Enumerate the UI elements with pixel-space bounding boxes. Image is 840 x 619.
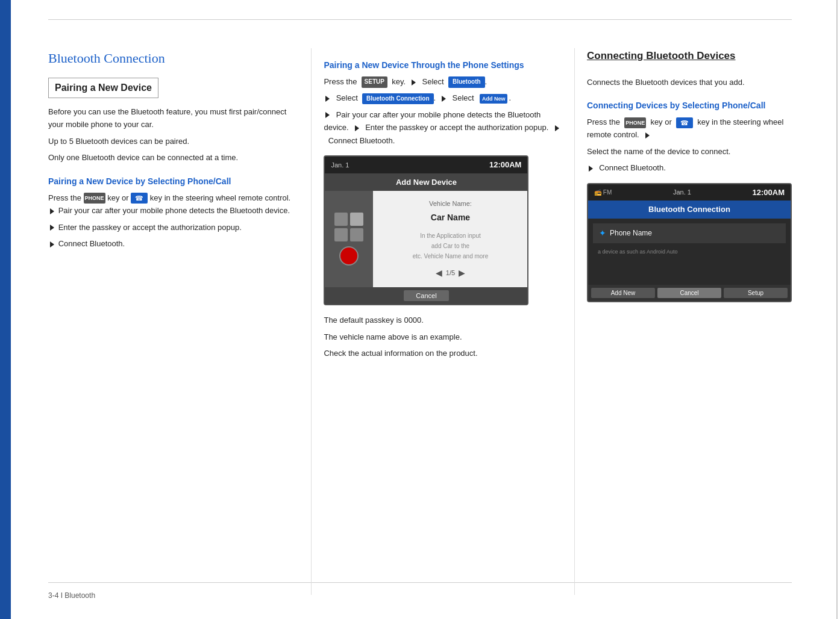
screen2-add-new-button[interactable]: Add New [591,288,655,298]
screen-body: Vehicle Name: Car Name In the Applicatio… [325,191,527,287]
screen-right-content: Vehicle Name: Car Name In the Applicatio… [373,191,527,287]
middle-steps: Press the SETUP key. Select Bluetooth. S… [324,75,562,147]
triangle-bullet-m5 [355,125,359,131]
icon-grid [334,213,363,241]
page-title: Bluetooth Connection [48,48,293,68]
right-call-icon: ☎ [676,117,693,128]
connecting-step2: Select the name of the device to connect… [587,145,792,158]
connecting-sub-heading: Connecting Devices by Selecting Phone/Ca… [587,99,792,112]
content-area: Bluetooth Connection Pairing a New Devic… [48,48,792,595]
connecting-step3: Connect Bluetooth. [587,161,792,174]
screen2-note: a device as such as Android Auto [593,246,786,258]
screen-cancel-button[interactable]: Cancel [404,290,448,301]
screen-header: Jan. 1 12:00AM [325,157,527,173]
screen-time: 12:00AM [489,159,521,171]
triangle-bullet-m1 [412,79,416,86]
add-new-badge: Add New [480,94,508,104]
note-3: Check the actual information on the prod… [324,347,562,359]
middle-step2: Select Bluetooth Connection. Select Add … [324,92,562,104]
icon-cell-1 [334,213,348,226]
connecting-intro-text: Connects the Bluetooth devices that you … [587,76,792,89]
screen2-cancel-button[interactable]: Cancel [657,288,721,298]
call-icon: ☎ [131,193,148,204]
triangle-bullet-1 [50,208,54,214]
screen-left-panel [325,191,373,287]
add-new-device-screen: Jan. 1 12:00AM Add New Device [324,155,528,305]
pairing-phone-step3: Connect Bluetooth. [48,237,293,250]
screen2-date: Jan. 1 [673,187,691,198]
screen-pagination: ◀ 1/5 ▶ [436,267,465,279]
bt-icon: ✦ [599,227,606,240]
middle-heading: Pairing a New Device Through the Phone S… [324,59,562,72]
sub-heading-pairing-phone: Pairing a New Device by Selecting Phone/… [48,175,293,188]
middle-column: Pairing a New Device Through the Phone S… [311,48,574,595]
notes-section: The default passkey is 0000. The vehicle… [324,314,562,359]
device-item-2: add Car to the [431,241,469,250]
connecting-step1: Press the PHONE key or ☎ key in the stee… [587,116,792,142]
vehicle-name-value: Car Name [431,211,470,224]
screen2-fm: 📻 FM [594,188,612,197]
vehicle-name-label: Vehicle Name: [429,199,472,209]
screen2-header: 📻 FM Jan. 1 12:00AM [588,184,791,201]
connecting-intro: Connects the Bluetooth devices that you … [587,76,792,89]
triangle-bullet-r2 [589,166,593,172]
connecting-heading-wrapper: Connecting Bluetooth Devices [587,48,792,70]
connecting-heading: Connecting Bluetooth Devices [587,48,736,64]
pairing-new-device-text: Before you can use the Bluetooth feature… [48,105,293,164]
icon-cell-4 [350,228,363,241]
triangle-bullet-m6 [555,125,559,131]
middle-step1: Press the SETUP key. Select Bluetooth. [324,75,562,88]
pairing-phone-step1: Press the PHONE key or ☎ key in the stee… [48,191,293,217]
left-column: Bluetooth Connection Pairing a New Devic… [48,48,311,595]
middle-step3: Pair your car after your mobile phone de… [324,108,562,147]
bt-connection-screen: 📻 FM Jan. 1 12:00AM Bluetooth Connection… [587,183,792,302]
device-item-1: In the Application input [420,231,481,240]
subsection-heading-new-device: Pairing a New Device [55,82,152,93]
page-footer: 3-4 I Bluetooth [48,590,95,601]
phone-badge: PHONE [84,193,105,204]
triangle-bullet-m4 [325,112,330,118]
device-item-3: etc. Vehicle Name and more [413,252,489,261]
pairing-phone-text: Press the PHONE key or ☎ key in the stee… [48,191,293,250]
screen2-setup-button[interactable]: Setup [724,288,788,298]
page: Bluetooth Connection Pairing a New Devic… [0,0,840,619]
triangle-bullet-m3 [442,96,446,102]
pairing-phone-step2: Enter the passkey or accept the authoriz… [48,221,293,234]
screen2-title: Bluetooth Connection [588,201,791,219]
para-1: Before you can use the Bluetooth feature… [48,105,293,131]
screen2-time: 12:00AM [753,187,785,199]
icon-cell-3 [334,228,348,241]
screen2-body: ✦ Phone Name a device as such as Android… [588,219,791,285]
icon-cell-2 [350,213,363,226]
bluetooth-badge: Bluetooth [448,76,485,88]
triangle-bullet-r1 [645,132,650,138]
screen-footer: Cancel [325,287,527,304]
screen2-list-item: ✦ Phone Name [593,223,786,243]
screen-title: Add New Device [325,173,527,191]
screen-date: Jan. 1 [331,160,349,170]
camera-icon [339,246,359,266]
screen2-footer: Add New Cancel Setup [588,285,791,301]
triangle-bullet-m2 [325,96,330,102]
right-column: Connecting Bluetooth Devices Connects th… [574,48,792,595]
connecting-steps: Press the PHONE key or ☎ key in the stee… [587,116,792,175]
para-2: Up to 5 Bluetooth devices can be paired. [48,135,293,148]
triangle-bullet-2 [50,225,54,231]
para-3: Only one Bluetooth device can be connect… [48,151,293,164]
setup-badge: SETUP [362,76,387,88]
note-2: The vehicle name above is an example. [324,331,562,343]
bt-connection-badge: Bluetooth Connection [362,93,433,105]
triangle-bullet-3 [50,241,54,247]
note-1: The default passkey is 0000. [324,314,562,326]
subsection-box-pairing: Pairing a New Device [48,78,158,98]
right-phone-badge: PHONE [624,117,646,128]
